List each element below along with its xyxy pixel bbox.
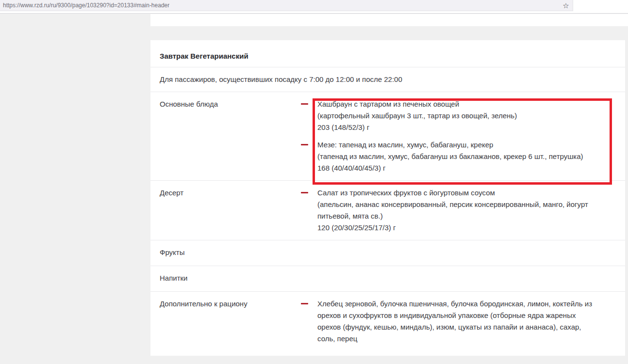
dish-name: Хашбраун с тартаром из печеных овощей bbox=[317, 98, 596, 110]
url-text[interactable]: https://www.rzd.ru/ru/9300/page/103290?i… bbox=[3, 2, 169, 9]
dish-composition: (апельсин, ананас консервированный, перс… bbox=[317, 199, 596, 222]
meal-note-row: Для пассажиров, осуществивших посадку с … bbox=[150, 67, 625, 92]
meal-card-header: Завтрак Вегетарианский bbox=[150, 40, 625, 67]
meal-title: Завтрак Вегетарианский bbox=[160, 52, 248, 60]
dish-weight: 203 (148/52/3) г bbox=[317, 122, 596, 133]
menu-row-fruits: Фрукты bbox=[150, 240, 625, 266]
address-bar[interactable]: https://www.rzd.ru/ru/9300/page/103290?i… bbox=[0, 0, 573, 11]
dash-bullet-icon bbox=[301, 103, 308, 105]
menu-row-items: Салат из тропических фруктов с йогуртовы… bbox=[301, 187, 615, 234]
dash-bullet-icon bbox=[301, 144, 308, 145]
dish-weight: 120 (20/30/25/25/17/3) г bbox=[317, 222, 596, 234]
menu-row-label: Напитки bbox=[160, 272, 301, 284]
bookmark-star-icon[interactable]: ☆ bbox=[559, 0, 573, 11]
dash-bullet-icon bbox=[301, 192, 308, 193]
menu-row-drinks: Напитки bbox=[150, 266, 625, 291]
dish-name: Салат из тропических фруктов с йогуртовы… bbox=[317, 187, 596, 199]
menu-row-main-dishes: Основные блюда Хашбраун с тартаром из пе… bbox=[150, 92, 625, 180]
page-content: Завтрак Вегетарианский Для пассажиров, о… bbox=[150, 14, 628, 356]
menu-row-items bbox=[301, 247, 615, 258]
menu-row-items bbox=[301, 272, 615, 284]
dish-name: Хлебец зерновой, булочка пшеничная, було… bbox=[317, 298, 596, 345]
menu-row-items: Хлебец зерновой, булочка пшеничная, було… bbox=[301, 298, 615, 345]
menu-item: Хлебец зерновой, булочка пшеничная, було… bbox=[301, 298, 596, 345]
section-gap bbox=[150, 26, 628, 40]
menu-item: Мезе: тапенад из маслин, хумус, бабагану… bbox=[301, 139, 596, 174]
dish-weight: 168 (40/40/40/45/3) г bbox=[317, 162, 596, 174]
menu-row-label: Десерт bbox=[160, 187, 301, 234]
dish-composition: (картофельный хашбраун 3 шт., тартар из … bbox=[317, 110, 596, 122]
menu-row-label: Фрукты bbox=[160, 247, 301, 258]
dish-composition: (тапенад из маслин, хумус, бабагануш из … bbox=[317, 151, 596, 162]
dash-bullet-icon bbox=[301, 303, 308, 304]
menu-row-items: Хашбраун с тартаром из печеных овощей (к… bbox=[301, 98, 615, 174]
page: { "browser": { "url": "https://www.rzd.r… bbox=[0, 0, 628, 364]
browser-toolbar: https://www.rzd.ru/ru/9300/page/103290?i… bbox=[0, 0, 628, 14]
menu-row-label: Дополнительно к рациону bbox=[160, 298, 301, 345]
dish-name: Мезе: тапенад из маслин, хумус, бабагану… bbox=[317, 139, 596, 151]
meal-note: Для пассажиров, осуществивших посадку с … bbox=[160, 75, 402, 83]
menu-item: Хашбраун с тартаром из печеных овощей (к… bbox=[301, 98, 596, 133]
menu-row-dessert: Десерт Салат из тропических фруктов с йо… bbox=[150, 180, 625, 240]
menu-row-extras: Дополнительно к рациону Хлебец зерновой,… bbox=[150, 291, 625, 356]
menu-item: Салат из тропических фруктов с йогуртовы… bbox=[301, 187, 596, 234]
menu-row-label: Основные блюда bbox=[160, 98, 301, 174]
meal-card: Завтрак Вегетарианский Для пассажиров, о… bbox=[150, 40, 625, 356]
previous-section-bottom bbox=[150, 14, 628, 26]
